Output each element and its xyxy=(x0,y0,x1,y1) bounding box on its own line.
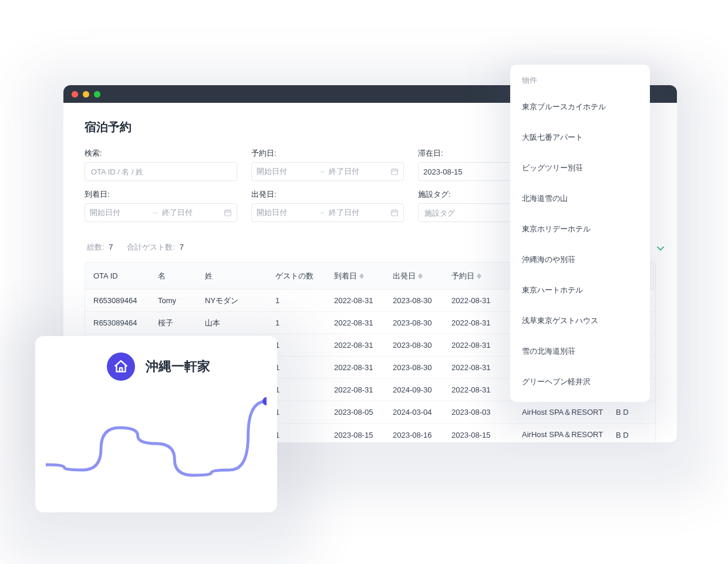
depart-date-label: 出発日: xyxy=(251,189,404,200)
cell-arrival: 2022-08-31 xyxy=(334,385,393,394)
total-guests-value: 7 xyxy=(180,243,184,251)
trend-chart xyxy=(46,396,267,502)
total-count-label: 総数: xyxy=(87,243,105,251)
arrival-date-label: 到着日: xyxy=(85,189,237,200)
filter-book-date: 予約日: 開始日付 → 終了日付 xyxy=(251,148,404,181)
arrival-date-end: 終了日付 xyxy=(162,207,220,218)
search-label: 検索: xyxy=(85,148,237,159)
cell-first: 桜子 xyxy=(158,318,205,328)
book-date-range[interactable]: 開始日付 → 終了日付 xyxy=(251,162,404,181)
cell-depart: 2023-08-30 xyxy=(393,363,451,372)
col-ota-id[interactable]: OTA ID xyxy=(93,271,158,280)
col-arrival[interactable]: 到着日 xyxy=(334,271,393,281)
col-guests[interactable]: ゲストの数 xyxy=(275,271,334,281)
cell-depart: 2024-03-04 xyxy=(393,408,451,417)
calendar-icon xyxy=(390,167,399,176)
cell-otaId: R653089464 xyxy=(93,318,158,327)
property-option[interactable]: 東京ブルースカイホテル xyxy=(510,92,650,122)
cell-arrival: 2023-08-15 xyxy=(334,431,393,439)
filter-depart-date: 出発日: 開始日付 → 終了日付 xyxy=(251,189,404,222)
property-analytics-card: 沖縄一軒家 xyxy=(35,336,277,512)
cell-property: AirHost SPA＆RESORT xyxy=(522,429,616,440)
chevron-down-icon[interactable] xyxy=(655,243,666,254)
home-icon xyxy=(107,352,135,381)
close-window-button[interactable] xyxy=(72,91,78,98)
cell-arrival: 2022-08-31 xyxy=(334,296,393,305)
cell-depart: 2023-08-30 xyxy=(393,341,451,350)
book-date-label: 予約日: xyxy=(251,148,404,159)
minimize-window-button[interactable] xyxy=(83,91,89,98)
cell-depart: 2023-08-30 xyxy=(393,296,451,305)
cell-arrival: 2023-08-05 xyxy=(334,408,393,417)
arrow-right-icon: → xyxy=(151,209,159,217)
depart-date-start: 開始日付 xyxy=(257,207,315,218)
cell-guests: 1 xyxy=(275,385,334,394)
cell-otaId: R653089464 xyxy=(93,296,158,305)
calendar-icon xyxy=(390,209,399,217)
cell-guests: 1 xyxy=(275,363,334,372)
depart-date-range[interactable]: 開始日付 → 終了日付 xyxy=(251,203,404,222)
arrival-date-start: 開始日付 xyxy=(90,207,148,218)
col-depart[interactable]: 出発日 xyxy=(393,271,451,281)
cell-arrival: 2022-08-31 xyxy=(334,318,393,327)
property-option[interactable]: 東京ハートホテル xyxy=(510,275,650,306)
property-dropdown: 物件 東京ブルースカイホテル大阪七番アパートビッグツリー別荘北海道雪の山東京ホリ… xyxy=(510,65,650,402)
filter-search: 検索: xyxy=(85,148,237,181)
cell-guests: 1 xyxy=(275,408,334,417)
col-last[interactable]: 姓 xyxy=(205,271,275,281)
arrow-right-icon: → xyxy=(318,209,325,217)
cell-depart: 2023-08-16 xyxy=(393,431,451,439)
total-guests: 合計ゲスト数: 7 xyxy=(127,242,183,253)
property-option[interactable]: ビッグツリー別荘 xyxy=(510,153,650,183)
cell-status: B D xyxy=(616,408,656,417)
cell-guests: 1 xyxy=(275,431,334,439)
cell-depart: 2024-09-30 xyxy=(393,385,451,394)
cell-status: B D xyxy=(616,431,656,439)
arrival-date-range[interactable]: 開始日付 → 終了日付 xyxy=(85,203,237,222)
svg-rect-1 xyxy=(225,210,231,216)
col-first[interactable]: 名 xyxy=(158,271,205,281)
book-date-start: 開始日付 xyxy=(257,166,315,177)
cell-last: NYモダン xyxy=(205,296,275,306)
sort-icon xyxy=(418,273,423,279)
property-option[interactable]: 雪の北海道別荘 xyxy=(510,336,650,367)
search-input[interactable] xyxy=(85,162,237,181)
total-count: 総数: 7 xyxy=(87,242,113,253)
filter-arrival-date: 到着日: 開始日付 → 終了日付 xyxy=(85,189,237,222)
maximize-window-button[interactable] xyxy=(94,91,100,98)
cell-arrival: 2022-08-31 xyxy=(334,363,393,372)
dropdown-header: 物件 xyxy=(510,69,650,92)
cell-arrival: 2022-08-31 xyxy=(334,341,393,350)
cell-depart: 2023-08-30 xyxy=(393,318,451,327)
cell-property: AirHost SPA＆RESORT xyxy=(522,407,616,418)
col-depart-label: 出発日 xyxy=(393,271,416,281)
calendar-icon xyxy=(224,209,232,217)
property-option[interactable]: 沖縄海のや別荘 xyxy=(510,244,650,275)
property-option[interactable]: 浅草東京ゲストハウス xyxy=(510,306,650,336)
card-header: 沖縄一軒家 xyxy=(107,352,261,381)
col-arrival-label: 到着日 xyxy=(334,271,357,281)
total-guests-label: 合計ゲスト数: xyxy=(127,243,175,251)
card-title: 沖縄一軒家 xyxy=(146,358,210,375)
sort-icon xyxy=(477,273,481,279)
cell-book: 2023-08-03 xyxy=(451,408,522,417)
property-option[interactable]: グリーヘブン軽井沢 xyxy=(510,367,650,397)
svg-point-3 xyxy=(262,397,267,405)
depart-date-end: 終了日付 xyxy=(329,207,387,218)
svg-rect-0 xyxy=(392,169,398,174)
cell-book: 2023-08-15 xyxy=(451,431,522,439)
svg-rect-2 xyxy=(392,210,398,216)
col-book-label: 予約日 xyxy=(451,271,474,281)
property-option[interactable]: 東京ホリデーホテル xyxy=(510,214,650,244)
cell-guests: 1 xyxy=(275,296,334,305)
cell-first: Tomy xyxy=(158,296,205,305)
total-count-value: 7 xyxy=(109,243,113,251)
cell-last: 山本 xyxy=(205,318,275,328)
property-option[interactable]: 北海道雪の山 xyxy=(510,183,650,214)
sort-icon xyxy=(359,273,364,279)
cell-guests: 1 xyxy=(275,318,334,327)
book-date-end: 終了日付 xyxy=(329,166,387,177)
cell-guests: 1 xyxy=(275,341,334,350)
arrow-right-icon: → xyxy=(318,167,325,176)
property-option[interactable]: 大阪七番アパート xyxy=(510,122,650,153)
